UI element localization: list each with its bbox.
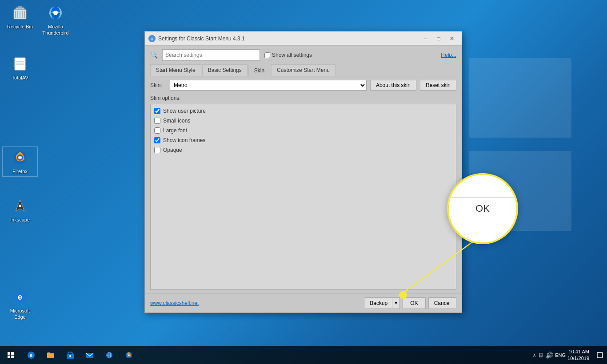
minimize-button[interactable]: – — [419, 34, 431, 44]
title-bar-controls: – □ ✕ — [419, 34, 458, 44]
option-show-user-picture[interactable]: Show user picture — [154, 108, 452, 114]
tab-skin[interactable]: Skin — [248, 65, 270, 76]
search-input[interactable] — [162, 49, 260, 61]
desktop-icon-msedge[interactable]: e MicrosoftEdge — [2, 286, 38, 322]
show-all-checkbox[interactable] — [264, 52, 270, 58]
show-user-picture-label: Show user picture — [163, 108, 206, 114]
taskbar-clock[interactable]: 10:41 AM 10/1/2019 — [567, 348, 593, 362]
svg-rect-33 — [11, 356, 14, 358]
option-large-font[interactable]: Large font — [154, 127, 452, 134]
svg-rect-15 — [15, 58, 25, 70]
ok-button[interactable]: OK — [403, 297, 425, 309]
taskbar-notification-button[interactable] — [593, 346, 607, 364]
desktop-icon-totalav[interactable]: TotalAV — [2, 53, 38, 83]
option-opaque[interactable]: Opaque — [154, 147, 452, 153]
svg-rect-45 — [597, 352, 603, 358]
svg-point-44 — [128, 354, 130, 356]
msedge-label: MicrosoftEdge — [10, 308, 30, 320]
dialog-content: 🔍 Show all settings Help... Start Menu S… — [145, 46, 462, 293]
inkscape-label: Inkscape — [10, 217, 30, 223]
firefox-label: Firefox — [12, 168, 28, 174]
taskbar-folder-icon[interactable] — [41, 346, 60, 364]
svg-rect-38 — [86, 353, 93, 358]
svg-text:e: e — [18, 293, 22, 301]
svg-point-14 — [53, 11, 58, 15]
taskbar-store-icon[interactable] — [60, 346, 80, 364]
taskbar-time: 10:41 AM — [567, 348, 589, 355]
settings-dialog: ⚙ Settings for Classic Start Menu 4.3.1 … — [144, 31, 462, 313]
about-skin-button[interactable]: About this skin — [370, 80, 416, 91]
maximize-button[interactable]: □ — [432, 34, 445, 44]
firefox-icon — [11, 149, 29, 166]
totalav-icon — [11, 55, 29, 73]
large-font-label: Large font — [163, 127, 187, 134]
show-icon-frames-label: Show icon frames — [163, 137, 205, 143]
search-row: 🔍 Show all settings Help... — [150, 49, 456, 61]
magnifier-ok-text: OK — [475, 203, 490, 214]
ok-button-indicator — [399, 291, 407, 299]
svg-point-37 — [69, 355, 71, 357]
taskbar-language-icon: ENG — [555, 352, 566, 358]
tab-start-menu-style[interactable]: Start Menu Style — [150, 64, 201, 76]
taskbar-globe-icon[interactable] — [100, 346, 119, 364]
svg-text:⚙: ⚙ — [150, 37, 154, 41]
show-all-label: Show all settings — [272, 52, 312, 58]
taskbar: e — [0, 346, 607, 364]
svg-rect-32 — [8, 356, 10, 358]
taskbar-time-display: 10:41 AM 10/1/2019 — [567, 348, 589, 362]
option-small-icons[interactable]: Small icons — [154, 118, 452, 124]
recycle-bin-label: Recycle Bin — [7, 24, 33, 30]
magnifier-overlay: OK — [447, 173, 518, 244]
help-link[interactable]: Help... — [441, 52, 456, 58]
svg-text:e: e — [30, 352, 32, 358]
tab-customize[interactable]: Customize Start Menu — [271, 64, 335, 76]
taskbar-firefox-icon[interactable] — [119, 346, 139, 364]
svg-rect-30 — [8, 352, 10, 355]
taskbar-icons: e — [21, 346, 533, 364]
skin-options-box: Show user picture Small icons Large font… — [150, 104, 456, 290]
backup-dropdown-arrow[interactable]: ▼ — [392, 297, 400, 309]
thunderbird-icon — [47, 4, 64, 22]
magnifier-line-bottom — [449, 220, 516, 220]
svg-rect-31 — [11, 352, 14, 355]
skin-label: Skin: — [150, 82, 166, 88]
backup-group: Backup ▼ — [365, 297, 400, 309]
bottom-buttons: Backup ▼ OK Cancel — [365, 297, 456, 309]
tab-basic-settings[interactable]: Basic Settings — [202, 64, 248, 76]
taskbar-chevron-icon[interactable]: ∧ — [533, 353, 536, 358]
search-icon: 🔍 — [150, 51, 158, 59]
reset-skin-button[interactable]: Reset skin — [420, 80, 456, 91]
website-link[interactable]: www.classicshell.net — [150, 300, 199, 306]
desktop-icon-firefox[interactable]: Firefox — [2, 146, 38, 177]
desktop-icon-inkscape[interactable]: Inkscape — [2, 195, 38, 225]
magnifier-line-top — [449, 197, 516, 198]
svg-rect-11 — [18, 6, 22, 8]
thunderbird-label: MozillaThunderbird — [42, 24, 68, 36]
opaque-checkbox[interactable] — [154, 147, 160, 153]
close-button[interactable]: ✕ — [446, 34, 458, 44]
desktop-icon-recycle-bin[interactable]: Recycle Bin — [2, 2, 38, 32]
svg-rect-1 — [469, 58, 571, 138]
desktop-icon-thunderbird[interactable]: MozillaThunderbird — [38, 2, 73, 38]
title-bar: ⚙ Settings for Classic Start Menu 4.3.1 … — [145, 32, 462, 46]
dialog-bottom-bar: www.classicshell.net Backup ▼ OK Cancel — [145, 293, 462, 313]
large-font-checkbox[interactable] — [154, 127, 160, 134]
tabs-row: Start Menu Style Basic Settings Skin Cus… — [150, 64, 456, 76]
backup-button[interactable]: Backup — [365, 297, 392, 309]
skin-select[interactable]: Metro Classic Windows 7 — [170, 80, 367, 91]
show-user-picture-checkbox[interactable] — [154, 108, 160, 114]
show-all-settings-toggle[interactable]: Show all settings — [264, 52, 312, 58]
skin-options-label: Skin options: — [150, 95, 456, 101]
option-show-icon-frames[interactable]: Show icon frames — [154, 137, 452, 143]
taskbar-edge-icon[interactable]: e — [21, 346, 41, 364]
show-icon-frames-checkbox[interactable] — [154, 137, 160, 143]
small-icons-checkbox[interactable] — [154, 118, 160, 124]
totalav-label: TotalAV — [12, 75, 28, 81]
start-button[interactable] — [0, 346, 21, 364]
taskbar-mail-icon[interactable] — [80, 346, 100, 364]
opaque-label: Opaque — [163, 147, 182, 153]
inkscape-icon — [11, 197, 29, 215]
cancel-button[interactable]: Cancel — [428, 297, 456, 309]
taskbar-network-icon[interactable]: 🖥 — [538, 352, 544, 359]
taskbar-volume-icon[interactable]: 🔊 — [546, 352, 553, 359]
